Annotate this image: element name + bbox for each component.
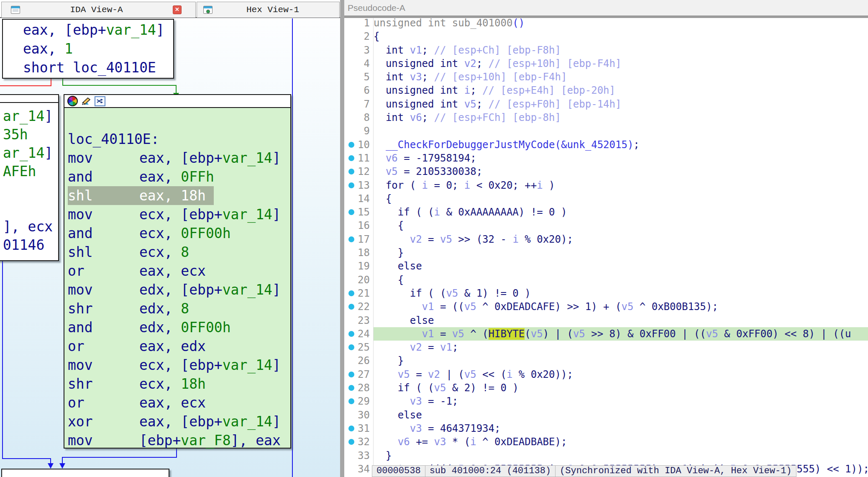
pseudocode-line-3[interactable]: 3 int v1; // [esp+Ch] [ebp-F8h]: [344, 44, 868, 57]
code-text[interactable]: v1 = ((v5 ^ 0xDEADCAFE) >> 1) + (v5 ^ 0x…: [374, 300, 868, 313]
pseudocode-line-28[interactable]: 28 if ( (v5 & 2) != 0 ): [344, 381, 868, 395]
code-text[interactable]: unsigned int i; // [esp+E4h] [ebp-20h]: [374, 84, 868, 97]
pseudocode-line-32[interactable]: 32 v6 += v3 * (i ^ 0xDEADBABE);: [344, 435, 868, 449]
graph-view[interactable]: eax, [ebp+var_14]eax, 1short loc_40110E …: [0, 18, 344, 477]
asm-instruction-line[interactable]: shrecx, 18h: [68, 374, 290, 393]
code-text[interactable]: unsigned int v5; // [esp+F0h] [ebp-14h]: [374, 97, 868, 111]
edit-pencil-icon[interactable]: [81, 93, 91, 109]
code-text[interactable]: int v1; // [esp+Ch] [ebp-F8h]: [374, 44, 868, 57]
code-text[interactable]: __CheckForDebuggerJustMyCode(&unk_452015…: [374, 138, 868, 151]
asm-line[interactable]: 35h: [3, 126, 58, 144]
asm-instruction-line[interactable]: xoreax, [ebp+var_14]: [68, 412, 290, 431]
code-text[interactable]: if ( (i & 0xAAAAAAAA) != 0 ): [374, 205, 868, 219]
code-text[interactable]: v2 = v1;: [374, 341, 868, 354]
pseudocode-line-15[interactable]: 15 if ( (i & 0xAAAAAAAA) != 0 ): [344, 205, 868, 219]
code-text[interactable]: unsigned int v2; // [esp+10h] [ebp-F4h]: [374, 57, 868, 70]
asm-line[interactable]: ar_14]: [3, 107, 58, 126]
code-text[interactable]: [374, 124, 868, 138]
asm-instruction-line[interactable]: andecx, 0FF00h: [68, 224, 290, 243]
code-text[interactable]: }: [374, 354, 868, 367]
asm-line[interactable]: [3, 199, 58, 218]
asm-instruction-line[interactable]: oreax, ecx: [68, 393, 290, 412]
asm-instruction-line[interactable]: mov[ebp+var_F8], eax: [68, 431, 290, 450]
code-text[interactable]: }: [374, 246, 868, 259]
basic-block-top[interactable]: eax, [ebp+var_14]eax, 1short loc_40110E: [2, 19, 174, 79]
tab-ida-view-a[interactable]: IDA View-A ✕: [1, 2, 196, 18]
pseudocode-line-6[interactable]: 6 unsigned int i; // [esp+E4h] [ebp-20h]: [344, 84, 868, 97]
pseudocode-line-24[interactable]: 24 v1 = v5 ^ (HIBYTE(v5) | (v5 >> 8) & 0…: [344, 327, 868, 341]
asm-instruction-line[interactable]: oreax, ecx: [68, 262, 290, 280]
pseudocode-line-7[interactable]: 7 unsigned int v5; // [esp+F0h] [ebp-14h…: [344, 97, 868, 111]
pseudocode-line-26[interactable]: 26 }: [344, 354, 868, 367]
pseudocode-line-14[interactable]: 14 {: [344, 192, 868, 205]
code-text[interactable]: else: [374, 314, 868, 327]
asm-line[interactable]: eax, [ebp+var_14]: [23, 21, 173, 39]
code-text[interactable]: v1 = v5 ^ (HIBYTE(v5) | (v5 >> 8) & 0xFF…: [374, 327, 868, 341]
code-text[interactable]: if ( (v5 & 1) != 0 ): [374, 287, 868, 300]
pseudocode-view[interactable]: 1unsigned int sub_401000()2{3 int v1; //…: [344, 18, 868, 477]
code-text[interactable]: int v6; // [esp+FCh] [ebp-8h]: [374, 111, 868, 124]
code-text[interactable]: else: [374, 408, 868, 422]
basic-block-bottom-clipped[interactable]: [1, 469, 169, 477]
code-text[interactable]: unsigned int sub_401000(): [374, 18, 868, 30]
code-text[interactable]: v6 = -17958194;: [374, 151, 868, 165]
code-text[interactable]: for ( i = 0; i < 0x20; ++i ): [374, 179, 868, 192]
asm-instruction-line[interactable]: andeax, 0FFh: [68, 167, 290, 186]
pseudocode-line-13[interactable]: 13 for ( i = 0; i < 0x20; ++i ): [344, 179, 868, 192]
asm-instruction-line[interactable]: oreax, edx: [68, 337, 290, 356]
asm-line[interactable]: 01146: [3, 236, 58, 254]
asm-instruction-line[interactable]: moveax, [ebp+var_14]: [68, 149, 290, 167]
pseudocode-line-8[interactable]: 8 int v6; // [esp+FCh] [ebp-8h]: [344, 111, 868, 124]
asm-line[interactable]: ar_14]: [3, 144, 58, 162]
code-text[interactable]: v3 = 464371934;: [374, 422, 868, 435]
asm-instruction-line[interactable]: movedx, [ebp+var_14]: [68, 280, 290, 299]
asm-line[interactable]: [3, 181, 58, 199]
code-text[interactable]: }: [374, 449, 868, 462]
code-text[interactable]: {: [374, 219, 868, 232]
code-text[interactable]: v6 += v3 * (i ^ 0xDEADBABE);: [374, 435, 868, 449]
pseudocode-line-1[interactable]: 1unsigned int sub_401000(): [344, 18, 868, 30]
pseudocode-line-25[interactable]: 25 v2 = v1;: [344, 341, 868, 354]
pseudocode-line-2[interactable]: 2{: [344, 30, 868, 43]
basic-block-left-clipped[interactable]: ar_14]35har_14]AFEh], ecx01146: [0, 94, 59, 261]
shuffle-arrows-icon[interactable]: [95, 96, 105, 106]
code-text[interactable]: v5 = v2 | (v5 << (i % 0x20));: [374, 368, 868, 381]
tab-hex-view-1[interactable]: Hex View-1: [197, 2, 340, 18]
asm-instruction-line[interactable]: andedx, 0FF00h: [68, 318, 290, 337]
pseudocode-line-11[interactable]: 11 v6 = -17958194;: [344, 151, 868, 165]
asm-line[interactable]: ], ecx: [3, 218, 58, 236]
pane-splitter[interactable]: [340, 0, 344, 477]
pseudocode-line-5[interactable]: 5 int v3; // [esp+10h] [ebp-F4h]: [344, 70, 868, 84]
asm-instruction-line[interactable]: movecx, [ebp+var_14]: [68, 205, 290, 224]
code-text[interactable]: v5 = 2105330038;: [374, 165, 868, 178]
pseudocode-line-31[interactable]: 31 v3 = 464371934;: [344, 422, 868, 435]
code-text[interactable]: else: [374, 259, 868, 273]
asm-line[interactable]: eax, 1: [23, 39, 173, 58]
pseudocode-line-9[interactable]: 9: [344, 124, 868, 138]
code-text[interactable]: {: [374, 273, 868, 287]
code-text[interactable]: v3 = -1;: [374, 395, 868, 408]
pseudocode-line-33[interactable]: 33 }: [344, 449, 868, 462]
pseudocode-line-16[interactable]: 16 {: [344, 219, 868, 232]
asm-line[interactable]: AFEh: [3, 162, 58, 181]
pseudocode-line-18[interactable]: 18 }: [344, 246, 868, 259]
asm-label-line[interactable]: loc_40110E:: [68, 130, 290, 149]
asm-instruction-line[interactable]: shleax, 18h: [68, 186, 214, 205]
asm-instruction-line[interactable]: movecx, [ebp+var_14]: [68, 356, 290, 374]
asm-instruction-line[interactable]: shlecx, 8: [68, 243, 290, 262]
pseudocode-line-23[interactable]: 23 else: [344, 314, 868, 327]
color-wheel-icon[interactable]: [67, 96, 78, 106]
code-text[interactable]: {: [374, 192, 868, 205]
pseudocode-line-20[interactable]: 20 {: [344, 273, 868, 287]
pseudocode-line-27[interactable]: 27 v5 = v2 | (v5 << (i % 0x20));: [344, 368, 868, 381]
code-text[interactable]: if ( (v5 & 2) != 0 ): [374, 381, 868, 395]
asm-instruction-line[interactable]: shredx, 8: [68, 299, 290, 318]
code-text[interactable]: v2 = v5 >> (32 - i % 0x20);: [374, 233, 868, 246]
pseudocode-line-19[interactable]: 19 else: [344, 259, 868, 273]
basic-block-loc-40110E[interactable]: loc_40110E:moveax, [ebp+var_14]andeax, 0…: [64, 94, 291, 449]
pseudocode-line-12[interactable]: 12 v5 = 2105330038;: [344, 165, 868, 178]
code-text[interactable]: int v3; // [esp+10h] [ebp-F4h]: [374, 70, 868, 84]
pseudocode-line-10[interactable]: 10 __CheckForDebuggerJustMyCode(&unk_452…: [344, 138, 868, 151]
close-icon[interactable]: ✕: [173, 5, 182, 14]
code-text[interactable]: {: [374, 30, 868, 43]
